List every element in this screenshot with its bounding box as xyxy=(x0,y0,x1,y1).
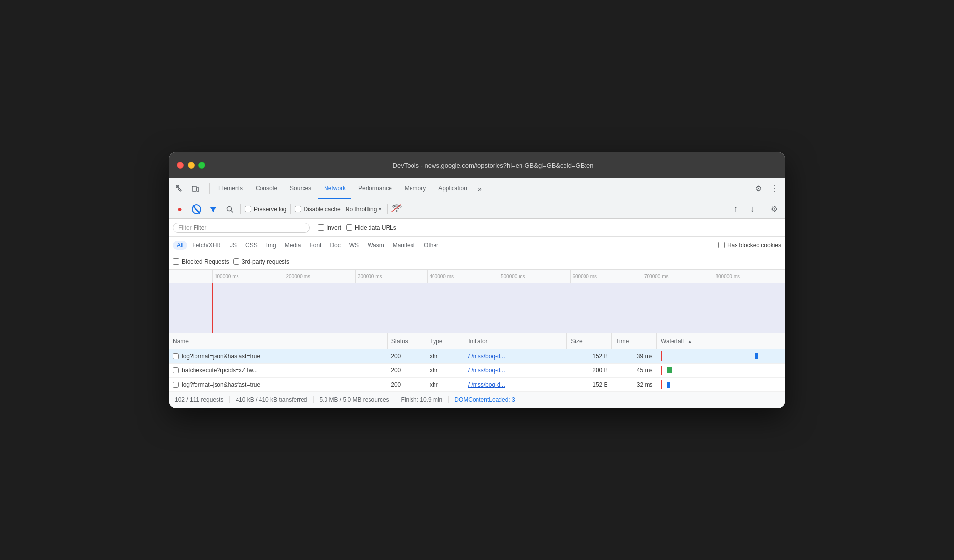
table-row[interactable]: batchexecute?rpcids=xZTw... 200 xhr / /m… xyxy=(169,363,785,377)
has-blocked-cookies-label[interactable]: Has blocked cookies xyxy=(718,242,781,249)
tab-memory[interactable]: Memory xyxy=(399,178,432,199)
maximize-button[interactable] xyxy=(198,162,205,169)
header-time[interactable]: Time xyxy=(612,333,657,349)
window-title: DevTools - news.google.com/topstories?hl… xyxy=(209,162,777,169)
toolbar-divider-1 xyxy=(240,204,241,214)
invert-checkbox[interactable] xyxy=(318,224,324,231)
header-name[interactable]: Name xyxy=(169,333,387,349)
status-transferred: 410 kB / 410 kB transferred xyxy=(230,396,313,403)
wf-redline-2 xyxy=(661,366,662,375)
throttle-select[interactable]: No throttling ▾ xyxy=(344,205,384,214)
upload-button[interactable]: ↑ xyxy=(729,202,742,216)
row-type-3: xhr xyxy=(426,377,464,391)
table-row[interactable]: log?format=json&hasfast=true 200 xhr / /… xyxy=(169,377,785,391)
row-waterfall-2 xyxy=(657,363,785,377)
extra-filter-bar: Blocked Requests 3rd-party requests xyxy=(169,254,785,270)
tab-sources[interactable]: Sources xyxy=(284,178,317,199)
tab-icons xyxy=(173,182,202,195)
download-button[interactable]: ↓ xyxy=(745,202,759,216)
resource-type-js[interactable]: JS xyxy=(226,241,240,250)
resource-type-css[interactable]: CSS xyxy=(241,241,261,250)
resource-type-img[interactable]: Img xyxy=(262,241,280,250)
devtools-window: DevTools - news.google.com/topstories?hl… xyxy=(169,152,785,408)
responsive-icon[interactable] xyxy=(189,182,202,195)
ruler-mark-2: 200000 ms xyxy=(284,270,356,283)
row-size-3: 152 B xyxy=(567,377,612,391)
resource-type-media[interactable]: Media xyxy=(281,241,305,250)
filter-bar: Filter Invert Hide data URLs xyxy=(169,219,785,237)
wf-bar-2 xyxy=(667,367,672,373)
header-initiator[interactable]: Initiator xyxy=(464,333,567,349)
disable-cache-checkbox[interactable] xyxy=(295,206,301,212)
svg-rect-2 xyxy=(197,188,199,191)
search-button[interactable] xyxy=(223,202,237,216)
resource-type-font[interactable]: Font xyxy=(305,241,325,250)
row-initiator-1: / /mss/boq-d... xyxy=(464,349,567,363)
tab-console[interactable]: Console xyxy=(250,178,283,199)
kebab-menu-button[interactable]: ⋮ xyxy=(767,182,781,195)
filter-input[interactable] xyxy=(194,224,304,231)
timeline-ruler: 100000 ms 200000 ms 300000 ms 400000 ms … xyxy=(169,270,785,283)
ruler-mark-5: 500000 ms xyxy=(499,270,570,283)
blocked-requests-checkbox[interactable] xyxy=(173,258,179,265)
filter-checkboxes: Invert Hide data URLs xyxy=(318,224,396,231)
tab-network[interactable]: Network xyxy=(318,178,351,199)
preserve-log-checkbox[interactable] xyxy=(245,206,251,212)
close-button[interactable] xyxy=(177,162,184,169)
row-type-1: xhr xyxy=(426,349,464,363)
record-button[interactable]: ● xyxy=(173,202,187,216)
row-checkbox-1[interactable] xyxy=(173,353,179,359)
resource-type-other[interactable]: Other xyxy=(420,241,442,250)
row-status-1: 200 xyxy=(387,349,426,363)
resource-type-ws[interactable]: WS xyxy=(346,241,363,250)
resource-type-wasm[interactable]: Wasm xyxy=(364,241,388,250)
preserve-log-label[interactable]: Preserve log xyxy=(245,206,286,213)
tabs-settings: ⚙ ⋮ xyxy=(752,182,781,195)
minimize-button[interactable] xyxy=(188,162,195,169)
hide-data-urls-checkbox[interactable] xyxy=(346,224,352,231)
tab-application[interactable]: Application xyxy=(433,178,473,199)
filter-input-wrap: Filter xyxy=(173,223,310,233)
ruler-mark-7: 700000 ms xyxy=(642,270,714,283)
blocked-requests-label[interactable]: Blocked Requests xyxy=(173,258,229,265)
tabs-bar: Elements Console Sources Network Perform… xyxy=(169,178,785,199)
header-size[interactable]: Size xyxy=(567,333,612,349)
network-toolbar: ● Preserve log xyxy=(169,199,785,219)
status-dom-content: DOMContentLoaded: 3 xyxy=(449,396,520,403)
network-table-container[interactable]: Name Status Type Initiator Size xyxy=(169,333,785,392)
tab-elements[interactable]: Elements xyxy=(213,178,249,199)
header-status[interactable]: Status xyxy=(387,333,426,349)
tabs-more[interactable]: » xyxy=(474,185,486,193)
table-row[interactable]: log?format=json&hasfast=true 200 xhr / /… xyxy=(169,349,785,363)
resource-type-manifest[interactable]: Manifest xyxy=(389,241,419,250)
network-settings-button[interactable]: ⚙ xyxy=(767,202,781,216)
row-checkbox-3[interactable] xyxy=(173,382,179,388)
settings-button[interactable]: ⚙ xyxy=(752,182,765,195)
tab-performance[interactable]: Performance xyxy=(352,178,398,199)
header-type[interactable]: Type xyxy=(426,333,464,349)
ruler-mark-4: 400000 ms xyxy=(427,270,499,283)
filter-label-text: Filter xyxy=(178,224,192,231)
svg-rect-1 xyxy=(192,186,196,191)
header-waterfall[interactable]: Waterfall ▲ xyxy=(657,333,785,349)
toolbar-divider-4 xyxy=(763,204,763,214)
inspector-icon[interactable] xyxy=(173,182,187,195)
third-party-checkbox[interactable] xyxy=(233,258,239,265)
disable-cache-label[interactable]: Disable cache xyxy=(295,206,340,213)
hide-data-urls-label[interactable]: Hide data URLs xyxy=(346,224,396,231)
filter-button[interactable] xyxy=(206,202,220,216)
wf-redline-1 xyxy=(661,351,662,361)
row-size-2: 200 B xyxy=(567,363,612,377)
resource-type-all[interactable]: All xyxy=(173,241,187,250)
ruler-mark-6: 600000 ms xyxy=(570,270,642,283)
row-time-1: 39 ms xyxy=(612,349,657,363)
invert-label[interactable]: Invert xyxy=(318,224,341,231)
status-requests: 102 / 111 requests xyxy=(175,396,230,403)
clear-button[interactable] xyxy=(190,202,203,216)
row-checkbox-2[interactable] xyxy=(173,367,179,373)
resource-filter-right: Has blocked cookies xyxy=(718,242,781,249)
has-blocked-cookies-checkbox[interactable] xyxy=(718,242,725,248)
resource-type-fetch-xhr[interactable]: Fetch/XHR xyxy=(188,241,225,250)
resource-type-doc[interactable]: Doc xyxy=(326,241,344,250)
third-party-label[interactable]: 3rd-party requests xyxy=(233,258,289,265)
